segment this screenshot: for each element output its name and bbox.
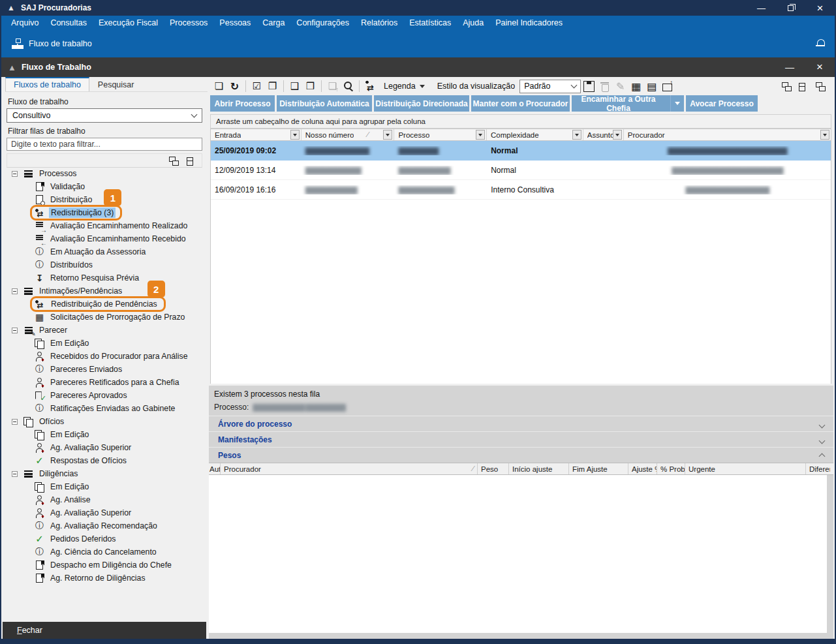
select-pages-icon[interactable]	[249, 79, 264, 94]
tree-item[interactable]: Avaliação Encaminhamento Recebido	[7, 232, 202, 245]
minimize-button[interactable]: —	[747, 0, 776, 16]
process-row[interactable]: 16/09/2019 16:16 █████████████ █████████…	[211, 180, 831, 200]
column-header[interactable]: Nosso número ⁄	[302, 129, 395, 140]
sidebar-tab[interactable]: Pesquisar	[89, 77, 143, 91]
tree-item[interactable]: Intimações/Pendências	[7, 284, 202, 298]
new-process-icon[interactable]	[211, 79, 226, 94]
collapsible-section-header[interactable]: Árvore do processo	[209, 416, 833, 431]
save-pages-icon[interactable]	[303, 79, 318, 94]
queue-filter-input[interactable]	[7, 138, 202, 151]
fechar-button[interactable]: Fechar	[3, 622, 206, 639]
tree-item[interactable]: Ag. Ciência do Cancelamento	[7, 545, 202, 559]
action-button[interactable]: Abrir Processo	[210, 95, 275, 112]
menu-item[interactable]: Pessoas	[213, 16, 256, 30]
tree-item[interactable]: Em Edição	[7, 480, 202, 493]
column-filter-button[interactable]	[820, 130, 829, 140]
column-filter-button[interactable]	[572, 130, 581, 140]
menu-item[interactable]: Processos	[164, 16, 213, 30]
export-window-icon[interactable]	[660, 79, 675, 94]
pesos-column-header[interactable]: Procurador ⁄	[221, 463, 478, 474]
expand-tree-icon[interactable]	[781, 82, 792, 91]
sidebar-tab[interactable]: Fluxos de trabalho	[5, 77, 89, 91]
save-icon[interactable]	[581, 79, 596, 94]
inner-minimize-button[interactable]: —	[775, 57, 805, 77]
close-button[interactable]: ×	[805, 0, 835, 16]
column-filter-button[interactable]	[383, 130, 392, 140]
workflow-shortcut[interactable]: Fluxo de trabalho	[5, 36, 99, 52]
collapse-all-icon[interactable]	[185, 156, 196, 166]
tree-item[interactable]: Respostas de Ofícios	[7, 454, 202, 467]
group-by-bar[interactable]: Arraste um cabeçalho de coluna aqui para…	[210, 114, 831, 129]
delete-icon[interactable]	[597, 79, 612, 94]
tree-item[interactable]: Ag. Avaliação Recomendação	[7, 519, 202, 532]
pesos-column-header[interactable]: Diferen... ⁄	[806, 463, 830, 474]
collapse-tree-icon[interactable]	[797, 82, 809, 91]
menu-item[interactable]: Estatísticas	[403, 16, 457, 30]
forward-document-icon[interactable]	[325, 79, 340, 94]
notes-icon[interactable]	[644, 79, 659, 94]
copy-icon[interactable]	[265, 79, 280, 94]
menu-item[interactable]: Painel Indicadores	[489, 16, 568, 30]
tree-view-icon[interactable]	[814, 82, 826, 91]
refresh-icon[interactable]	[227, 79, 242, 94]
collapsible-section-header[interactable]: Pesos	[209, 447, 833, 463]
tree-item[interactable]: Ag. Avaliação Superior	[7, 441, 202, 454]
column-header[interactable]: Assunto ⁄	[583, 129, 624, 140]
menu-item[interactable]: Carga	[256, 16, 290, 30]
section-chevron-icon[interactable]	[820, 418, 824, 430]
pesos-column-header[interactable]: Ajuste % ⁄	[628, 463, 657, 474]
action-button[interactable]: Manter com o Procurador	[471, 95, 570, 112]
collapsible-section-header[interactable]: Manifestações	[209, 431, 833, 447]
tree-item[interactable]: Retorno Pesquisa Prévia	[7, 271, 202, 284]
search-document-icon[interactable]	[341, 79, 356, 94]
action-button[interactable]: Avocar Processo	[686, 95, 758, 112]
tree-item[interactable]: Pareceres Enviados	[7, 363, 202, 376]
tree-item[interactable]: Ag. Retorno de Diligências	[7, 572, 202, 585]
tree-item[interactable]: Ag. Avaliação Superior	[7, 506, 202, 519]
process-row[interactable]: 25/09/2019 09:02 ████████████████ ██████…	[211, 141, 831, 161]
column-header[interactable]: Entrada ⁄	[211, 129, 302, 140]
copy-save-icon[interactable]	[287, 79, 302, 94]
column-filter-button[interactable]	[290, 130, 300, 140]
tree-item[interactable]: Pareceres Retificados para a Chefia	[7, 376, 202, 389]
redistribution-icon[interactable]	[363, 79, 378, 94]
menu-item[interactable]: Execução Fiscal	[93, 16, 164, 30]
tree-item[interactable]: Recebidos do Procurador para Análise	[7, 350, 202, 363]
tree-item[interactable]: Processos	[7, 167, 202, 180]
menu-item[interactable]: Ajuda	[457, 16, 489, 30]
collapse-node-icon[interactable]	[12, 471, 18, 477]
collapse-node-icon[interactable]	[12, 288, 18, 294]
tree-item[interactable]: Em Edição	[7, 337, 202, 350]
tree-item[interactable]: Avaliação Encaminhamento Realizado	[7, 219, 202, 232]
pesos-column-header[interactable]: Fim Ajuste ⁄	[569, 463, 628, 474]
column-header[interactable]: Processo ⁄	[394, 129, 487, 140]
column-header[interactable]: Complexidade ⁄	[487, 129, 583, 140]
tree-item[interactable]: Ofícios	[7, 415, 202, 428]
tree-item[interactable]: Pedidos Deferidos	[7, 532, 202, 545]
workflow-select[interactable]: Consultivo	[7, 108, 202, 123]
tree-item[interactable]: Pareceres Aprovados	[7, 389, 202, 402]
split-dropdown-icon[interactable]	[670, 95, 684, 112]
tree-item[interactable]: Ag. Análise	[7, 493, 202, 506]
view-style-select[interactable]: Padrão	[519, 80, 581, 93]
expand-all-icon[interactable]	[168, 156, 179, 166]
tree-item[interactable]: Redistribuição de Pendências 2	[7, 298, 202, 311]
column-filter-button[interactable]	[613, 130, 622, 140]
menu-item[interactable]: Configurações	[290, 16, 355, 30]
pesos-column-header[interactable]: % Proba... ⁄	[657, 463, 685, 474]
tree-item[interactable]: Ratificações Enviadas ao Gabinete	[7, 402, 202, 415]
edit-icon[interactable]	[613, 79, 628, 94]
tree-item[interactable]: Despacho em Diligência do Chefe	[7, 559, 202, 572]
tree-item[interactable]: Em Edição	[7, 428, 202, 441]
tree-item[interactable]: Solicitações de Prorrogação de Prazo	[7, 311, 202, 324]
action-button[interactable]: Distribuição Automática	[277, 95, 372, 112]
tree-item[interactable]: Distribuídos	[7, 258, 202, 271]
export-excel-icon[interactable]	[628, 79, 643, 94]
section-chevron-icon[interactable]	[820, 450, 824, 461]
action-button[interactable]: Encaminhar a Outra Chefia	[572, 95, 684, 112]
pesos-column-header[interactable]: Urgente ⁄	[685, 463, 806, 474]
inner-close-button[interactable]: ×	[805, 57, 835, 77]
section-chevron-icon[interactable]	[820, 434, 824, 446]
collapse-node-icon[interactable]	[12, 419, 18, 425]
tree-item[interactable]: Diligências	[7, 467, 202, 480]
